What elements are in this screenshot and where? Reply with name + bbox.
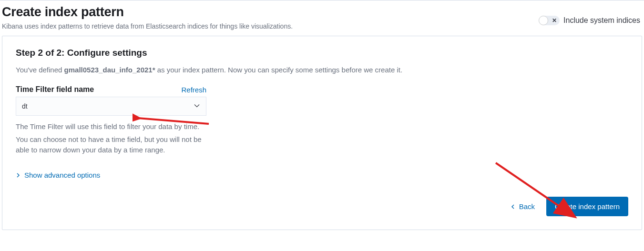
refresh-link[interactable]: Refresh [181, 86, 206, 94]
back-link[interactable]: Back [511, 202, 535, 211]
configure-settings-panel: Step 2 of 2: Configure settings You've d… [2, 36, 642, 230]
chevron-down-icon [194, 102, 200, 110]
time-filter-value: dt [16, 97, 206, 116]
step-title: Step 2 of 2: Configure settings [16, 48, 628, 58]
include-system-indices-toggle[interactable]: ✕ [539, 16, 560, 25]
time-filter-label: Time Filter field name [16, 85, 94, 94]
step-desc: You've defined gmall0523_dau_info_2021* … [16, 66, 628, 74]
help-text: The Time Filter will use this field to f… [16, 121, 206, 156]
close-x-icon: ✕ [552, 17, 557, 24]
page-title: Create index pattern [2, 4, 293, 20]
advanced-options-label: Show advanced options [24, 171, 100, 179]
time-filter-select[interactable]: dt [16, 97, 206, 116]
include-system-indices-label: Include system indices [563, 16, 640, 25]
show-advanced-options-link[interactable]: Show advanced options [16, 171, 100, 179]
index-pattern-name: gmall0523_dau_info_2021* [64, 66, 155, 74]
back-label: Back [519, 202, 535, 211]
chevron-right-icon [16, 171, 20, 179]
create-index-pattern-button[interactable]: Create index pattern [546, 197, 628, 216]
chevron-left-icon [511, 202, 515, 211]
page-subtitle: Kibana uses index patterns to retrieve d… [2, 22, 293, 30]
